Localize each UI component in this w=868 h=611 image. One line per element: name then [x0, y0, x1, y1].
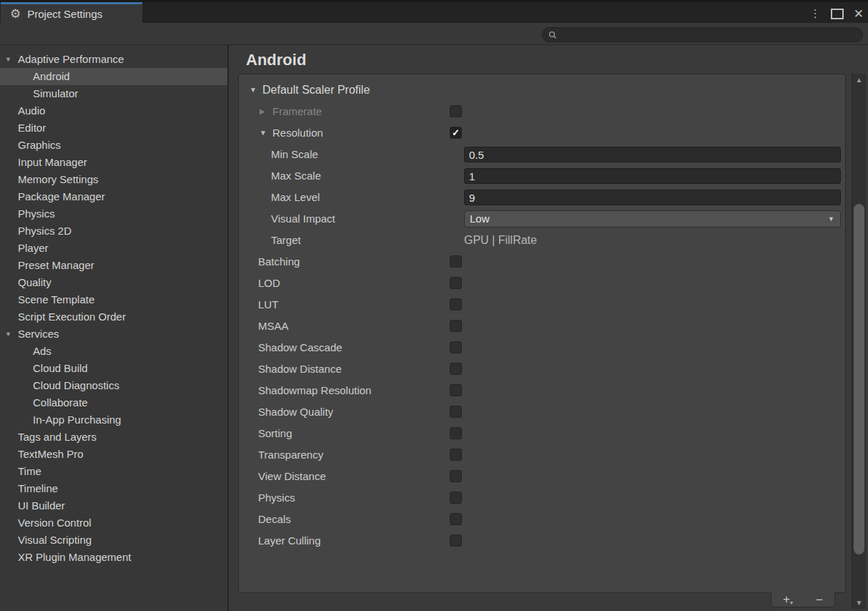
shadow-quality-checkbox[interactable]: ✓ — [450, 406, 462, 418]
search-icon — [548, 31, 557, 39]
view-distance-checkbox[interactable]: ✓ — [450, 470, 462, 482]
sidebar-item-label: Package Manager — [0, 188, 227, 205]
lod-checkbox[interactable]: ✓ — [450, 277, 462, 289]
sidebar-item-ads[interactable]: Ads — [0, 343, 227, 360]
sidebar-item-label: UI Builder — [0, 497, 227, 514]
setting-row-layer-culling: Layer Culling✓ — [239, 530, 845, 552]
sidebar-item-services[interactable]: ▼Services — [0, 326, 227, 343]
setting-row-view-distance: View Distance✓ — [239, 466, 845, 487]
resolution-checkbox[interactable]: ✓ — [450, 127, 462, 139]
sidebar-item-label: Audio — [0, 102, 227, 119]
sidebar-item-memory-settings[interactable]: Memory Settings — [0, 171, 227, 188]
sidebar-item-label: Scene Template — [0, 291, 227, 308]
chevron-down-icon: ▼ — [828, 211, 834, 228]
gear-icon: ⚙ — [10, 8, 21, 20]
remove-button[interactable]: − — [816, 594, 823, 606]
max-scale-field[interactable] — [464, 168, 841, 184]
shadowmap-resolution-checkbox[interactable]: ✓ — [450, 384, 462, 396]
setting-label: LUT — [239, 294, 845, 316]
sidebar-item-ui-builder[interactable]: UI Builder — [0, 497, 227, 514]
foldout-expanded-icon[interactable]: ▼ — [260, 122, 267, 144]
scroll-down-arrow-icon[interactable]: ▼ — [852, 599, 866, 607]
setting-row-physics: Physics✓ — [239, 487, 845, 509]
sidebar-item-audio[interactable]: Audio — [0, 102, 227, 119]
tab-project-settings[interactable]: ⚙ Project Settings — [1, 2, 142, 23]
sidebar-item-package-manager[interactable]: Package Manager — [0, 188, 227, 205]
sidebar-item-label: Script Execution Order — [0, 308, 227, 326]
sidebar-item-graphics[interactable]: Graphics — [0, 137, 227, 154]
sidebar-item-physics-2d[interactable]: Physics 2D — [0, 223, 227, 240]
sidebar-item-xr-plugin-management[interactable]: XR Plugin Management — [0, 549, 227, 566]
setting-row-lut: LUT✓ — [239, 294, 845, 316]
sidebar-item-label: In-App Purchasing — [0, 411, 227, 429]
sidebar-item-time[interactable]: Time — [0, 463, 227, 480]
add-button[interactable]: +▾ — [783, 593, 793, 606]
sidebar-item-scene-template[interactable]: Scene Template — [0, 291, 227, 308]
setting-label: MSAA — [239, 316, 845, 337]
sidebar-item-in-app-purchasing[interactable]: In-App Purchasing — [0, 411, 227, 429]
lut-checkbox[interactable]: ✓ — [450, 298, 462, 311]
sidebar-item-cloud-build[interactable]: Cloud Build — [0, 360, 227, 377]
physics-checkbox[interactable]: ✓ — [450, 492, 462, 504]
sidebar-item-tags-and-layers[interactable]: Tags and Layers — [0, 429, 227, 446]
search-box[interactable] — [542, 27, 863, 42]
shadow-cascade-checkbox[interactable]: ✓ — [450, 341, 462, 353]
scaler-profile-panel: ▼Default Scaler Profile▶Framerate✓▼Resol… — [238, 74, 846, 593]
sorting-checkbox[interactable]: ✓ — [450, 427, 462, 439]
min-scale-field[interactable] — [464, 147, 841, 162]
target-value: GPU | FillRate — [464, 230, 537, 251]
sidebar-item-simulator[interactable]: Simulator — [0, 85, 227, 102]
sidebar-item-cloud-diagnostics[interactable]: Cloud Diagnostics — [0, 377, 227, 394]
sidebar-item-android[interactable]: Android — [0, 68, 227, 85]
sidebar-item-label: Version Control — [0, 514, 227, 532]
search-input[interactable] — [561, 29, 836, 41]
sidebar-item-collaborate[interactable]: Collaborate — [0, 394, 227, 411]
sidebar-item-input-manager[interactable]: Input Manager — [0, 154, 227, 171]
setting-row-max-level: Max Level — [239, 187, 845, 208]
sidebar-item-quality[interactable]: Quality — [0, 274, 227, 291]
max-level-field[interactable] — [464, 190, 841, 205]
setting-row-resolution: ▼Resolution✓ — [239, 122, 845, 144]
setting-label: Batching — [239, 251, 845, 273]
visual-impact-dropdown[interactable]: Low▼ — [464, 210, 841, 228]
toolbar — [0, 23, 868, 45]
sidebar-item-version-control[interactable]: Version Control — [0, 514, 227, 532]
foldout-collapsed-icon[interactable]: ▶ — [260, 101, 265, 122]
framerate-checkbox[interactable]: ✓ — [450, 105, 462, 117]
foldout-expanded-icon[interactable]: ▼ — [5, 326, 11, 343]
sidebar-item-label: TextMesh Pro — [0, 446, 227, 463]
setting-row-lod: LOD✓ — [239, 273, 845, 294]
transparency-checkbox[interactable]: ✓ — [450, 449, 462, 461]
setting-label: Transparency — [239, 444, 845, 466]
sidebar-item-preset-manager[interactable]: Preset Manager — [0, 257, 227, 274]
foldout-expanded-icon[interactable]: ▼ — [5, 51, 11, 68]
maximize-icon[interactable] — [831, 9, 844, 19]
setting-row-framerate: ▶Framerate✓ — [239, 101, 845, 122]
shadow-distance-checkbox[interactable]: ✓ — [450, 363, 462, 375]
sidebar-item-label: Visual Scripting — [0, 532, 227, 549]
layer-culling-checkbox[interactable]: ✓ — [450, 534, 462, 547]
sidebar-item-adaptive-performance[interactable]: ▼Adaptive Performance — [0, 51, 227, 68]
scroll-up-arrow-icon[interactable]: ▲ — [852, 76, 866, 84]
sidebar-item-label: Adaptive Performance — [0, 51, 227, 68]
msaa-checkbox[interactable]: ✓ — [450, 320, 462, 332]
sidebar-item-textmesh-pro[interactable]: TextMesh Pro — [0, 446, 227, 463]
foldout-expanded-icon[interactable]: ▼ — [250, 79, 257, 101]
sidebar-item-label: Collaborate — [0, 394, 227, 411]
list-footer: +▾ − — [771, 592, 835, 607]
sidebar-item-physics[interactable]: Physics — [0, 205, 227, 223]
sidebar-item-player[interactable]: Player — [0, 240, 227, 257]
sidebar-item-timeline[interactable]: Timeline — [0, 480, 227, 497]
sidebar-item-label: Preset Manager — [0, 257, 227, 274]
sidebar-item-script-execution-order[interactable]: Script Execution Order — [0, 308, 227, 326]
checkmark-icon: ✓ — [450, 127, 461, 138]
vertical-scrollbar[interactable]: ▲ ▼ — [852, 74, 866, 609]
close-icon[interactable]: ✕ — [854, 8, 864, 20]
sidebar-item-editor[interactable]: Editor — [0, 119, 227, 137]
batching-checkbox[interactable]: ✓ — [450, 255, 462, 268]
sidebar-item-visual-scripting[interactable]: Visual Scripting — [0, 532, 227, 549]
scrollbar-thumb[interactable] — [854, 204, 864, 554]
decals-checkbox[interactable]: ✓ — [450, 513, 462, 525]
window-menu-icon[interactable]: ⋮ — [810, 7, 821, 20]
setting-row-min-scale: Min Scale — [239, 144, 845, 165]
